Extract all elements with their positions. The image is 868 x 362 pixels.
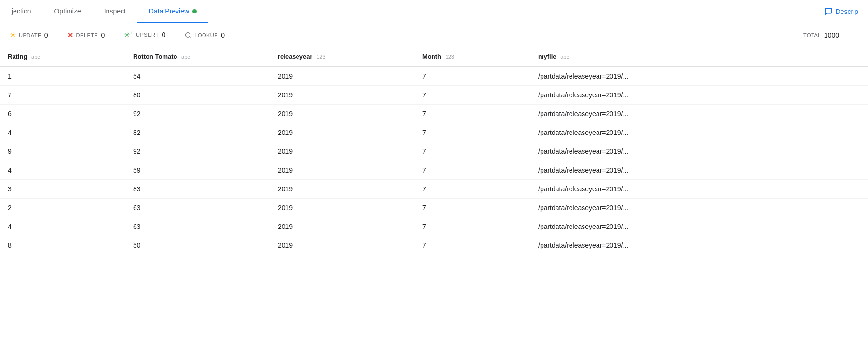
cell-myfile: /partdata/releaseyear=2019/... — [530, 105, 868, 123]
data-table: Rating abc Rotton Tomato abc releaseyear… — [0, 47, 868, 255]
cell-month: 7 — [415, 142, 530, 161]
cell-rotton: 63 — [125, 217, 270, 236]
cell-rotton: 82 — [125, 123, 270, 142]
description-button[interactable]: Descrip — [824, 7, 868, 16]
table-row: 99220197/partdata/releaseyear=2019/... — [0, 142, 868, 161]
cell-month: 7 — [415, 123, 530, 142]
col-header-rotton: Rotton Tomato abc — [125, 47, 270, 67]
lookup-label: LOOKUP — [194, 32, 218, 38]
cell-releaseyear: 2019 — [270, 123, 415, 142]
table-row: 15420197/partdata/releaseyear=2019/... — [0, 67, 868, 86]
cell-rotton: 63 — [125, 199, 270, 217]
col-month-label: Month — [422, 53, 441, 60]
cell-releaseyear: 2019 — [270, 67, 415, 86]
cell-rotton: 92 — [125, 105, 270, 123]
cell-rating: 1 — [0, 67, 125, 86]
svg-line-1 — [190, 36, 191, 38]
tab-optimize-label: Optimize — [54, 7, 81, 15]
tab-inspect[interactable]: Inspect — [93, 0, 137, 23]
lookup-value: 0 — [221, 31, 225, 39]
cell-myfile: /partdata/releaseyear=2019/... — [530, 236, 868, 255]
stat-lookup: LOOKUP 0 — [185, 31, 244, 39]
col-releaseyear-label: releaseyear — [278, 53, 312, 60]
cell-rating: 4 — [0, 161, 125, 180]
delete-label: DELETE — [76, 32, 98, 38]
lookup-icon — [185, 32, 191, 39]
update-value: 0 — [44, 31, 48, 39]
tab-optimize[interactable]: Optimize — [42, 0, 92, 23]
cell-month: 7 — [415, 105, 530, 123]
cell-month: 7 — [415, 199, 530, 217]
cell-rating: 4 — [0, 217, 125, 236]
cell-rating: 4 — [0, 123, 125, 142]
cell-myfile: /partdata/releaseyear=2019/... — [530, 161, 868, 180]
cell-month: 7 — [415, 86, 530, 105]
data-preview-active-dot — [192, 9, 197, 13]
cell-myfile: /partdata/releaseyear=2019/... — [530, 123, 868, 142]
table-row: 45920197/partdata/releaseyear=2019/... — [0, 161, 868, 180]
col-rotton-label: Rotton Tomato — [133, 53, 177, 60]
delete-value: 0 — [101, 31, 105, 39]
cell-month: 7 — [415, 236, 530, 255]
col-releaseyear-type: 123 — [316, 54, 325, 60]
stat-update: ✳ UPDATE 0 — [10, 30, 68, 40]
tab-data-preview[interactable]: Data Preview — [137, 0, 208, 23]
table-row: 46320197/partdata/releaseyear=2019/... — [0, 217, 868, 236]
col-myfile-type: abc — [560, 54, 569, 60]
total-label: TOTAL — [803, 32, 821, 38]
col-header-rating: Rating abc — [0, 47, 125, 67]
cell-rating: 2 — [0, 199, 125, 217]
upsert-icon: ✳+ — [124, 30, 133, 40]
data-table-wrapper: Rating abc Rotton Tomato abc releaseyear… — [0, 47, 868, 362]
col-myfile-label: myfile — [538, 53, 556, 60]
cell-myfile: /partdata/releaseyear=2019/... — [530, 67, 868, 86]
cell-rotton: 83 — [125, 180, 270, 199]
col-rotton-type: abc — [181, 54, 190, 60]
table-row: 38320197/partdata/releaseyear=2019/... — [0, 180, 868, 199]
tab-inspect-label: Inspect — [104, 7, 126, 15]
cell-releaseyear: 2019 — [270, 180, 415, 199]
col-month-type: 123 — [446, 54, 454, 60]
cell-myfile: /partdata/releaseyear=2019/... — [530, 199, 868, 217]
tab-data-preview-label: Data Preview — [149, 7, 189, 15]
cell-rotton: 59 — [125, 161, 270, 180]
table-row: 78020197/partdata/releaseyear=2019/... — [0, 86, 868, 105]
cell-rating: 7 — [0, 86, 125, 105]
cell-myfile: /partdata/releaseyear=2019/... — [530, 142, 868, 161]
cell-month: 7 — [415, 217, 530, 236]
chat-icon — [824, 7, 833, 16]
stat-total: TOTAL 1000 — [803, 31, 858, 39]
col-rating-type: abc — [31, 54, 40, 60]
cell-releaseyear: 2019 — [270, 86, 415, 105]
cell-rating: 6 — [0, 105, 125, 123]
cell-month: 7 — [415, 161, 530, 180]
stats-bar: ✳ UPDATE 0 ✕ DELETE 0 ✳+ UPSERT 0 LOOKUP… — [0, 23, 868, 47]
svg-point-0 — [186, 32, 190, 37]
update-icon: ✳ — [10, 30, 16, 40]
top-navigation: jection Optimize Inspect Data Preview De… — [0, 0, 868, 23]
cell-rotton: 92 — [125, 142, 270, 161]
tab-projection-label: jection — [12, 7, 31, 15]
table-header-row: Rating abc Rotton Tomato abc releaseyear… — [0, 47, 868, 67]
cell-rotton: 54 — [125, 67, 270, 86]
cell-rating: 9 — [0, 142, 125, 161]
cell-releaseyear: 2019 — [270, 217, 415, 236]
table-row: 26320197/partdata/releaseyear=2019/... — [0, 199, 868, 217]
update-label: UPDATE — [19, 32, 41, 38]
cell-myfile: /partdata/releaseyear=2019/... — [530, 86, 868, 105]
cell-rating: 3 — [0, 180, 125, 199]
cell-rating: 8 — [0, 236, 125, 255]
description-label: Descrip — [836, 8, 858, 15]
table-row: 85020197/partdata/releaseyear=2019/... — [0, 236, 868, 255]
cell-releaseyear: 2019 — [270, 105, 415, 123]
table-body: 15420197/partdata/releaseyear=2019/...78… — [0, 67, 868, 255]
cell-releaseyear: 2019 — [270, 161, 415, 180]
delete-icon: ✕ — [68, 31, 73, 39]
upsert-label: UPSERT — [136, 32, 159, 38]
upsert-value: 0 — [162, 31, 165, 39]
cell-month: 7 — [415, 67, 530, 86]
cell-releaseyear: 2019 — [270, 142, 415, 161]
tab-projection[interactable]: jection — [0, 0, 42, 23]
col-header-month: Month 123 — [415, 47, 530, 67]
cell-rotton: 50 — [125, 236, 270, 255]
